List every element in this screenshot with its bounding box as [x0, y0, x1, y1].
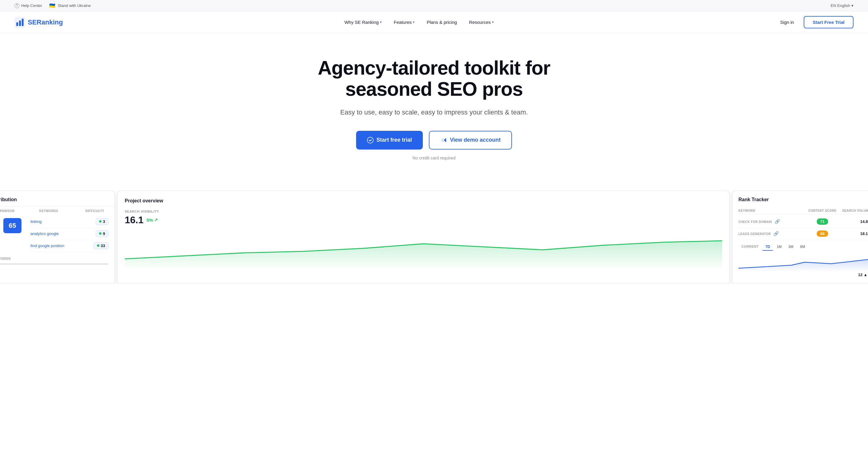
- visibility-percent: 5% ↗: [147, 217, 158, 223]
- kw-check-domain-name: check for domain: [738, 220, 772, 223]
- logo-text: SERanking: [28, 19, 63, 26]
- search-visibility-label: SEARCH VISIBILITY: [125, 210, 722, 213]
- demo-icon: [440, 137, 447, 144]
- visibility-chart: [125, 232, 722, 268]
- search-volume-col-header: SEARCH VOLUME: [840, 209, 868, 212]
- time-tab-7d[interactable]: 7D: [762, 244, 773, 251]
- chevron-down-icon: ▾: [492, 20, 494, 24]
- difficulty-value-9: 9: [103, 231, 105, 236]
- keyword-find-google-position[interactable]: find google position: [31, 244, 91, 248]
- keyword-linking[interactable]: linking: [31, 219, 93, 224]
- kw-leads-generator-name[interactable]: leads generator: [738, 232, 771, 236]
- comparison-value-box: 65: [3, 218, 22, 233]
- logo[interactable]: SERanking: [14, 17, 63, 28]
- nav-features[interactable]: Features ▾: [389, 17, 420, 27]
- difficulty-value-33: 33: [101, 244, 105, 248]
- trend-arrow: ↗: [154, 217, 158, 223]
- nav-why-se-ranking[interactable]: Why SE Ranking ▾: [339, 17, 386, 27]
- keyword-row: linking 3: [31, 216, 108, 228]
- chevron-down-icon: ▾: [380, 20, 382, 24]
- attribution-title: tribution: [0, 197, 115, 206]
- help-icon: ?: [14, 3, 19, 8]
- rank-value-badge: 12 ▲ 2: [738, 273, 868, 277]
- keyword-col-header: KEYWORD: [738, 209, 804, 212]
- score-badge-66: 66: [804, 230, 840, 237]
- rank-keyword-check-domain: check for domain 🔗: [738, 219, 804, 224]
- language-selector[interactable]: EN English ▾: [831, 3, 854, 8]
- volume-18k: 18.1K: [840, 231, 868, 236]
- view-demo-button[interactable]: View demo account: [429, 131, 512, 150]
- rank-tracker-title: Rank Tracker: [738, 197, 868, 203]
- svg-rect-1: [16, 22, 18, 26]
- help-center-link[interactable]: ? Help Center: [14, 3, 42, 8]
- volume-14k: 14.8K: [840, 219, 868, 224]
- difficulty-value-3: 3: [103, 219, 105, 224]
- svg-point-4: [367, 137, 373, 143]
- time-tab-current[interactable]: CURRENT: [738, 244, 762, 251]
- difficulty-dot-green: [97, 244, 99, 247]
- rank-mini-chart: [738, 253, 868, 271]
- rank-row-check-domain: check for domain 🔗 71 14.8K: [738, 216, 868, 228]
- start-free-trial-button[interactable]: Start free trial: [356, 131, 423, 150]
- topbar-right: EN English ▾: [831, 3, 854, 8]
- keywords-col-label: KEYWORDS: [39, 209, 78, 213]
- rank-row-leads-generator: leads generator 🔗 66 18.1K: [738, 228, 868, 240]
- time-tab-6m[interactable]: 6M: [797, 244, 808, 251]
- difficulty-dot-green: [99, 220, 101, 223]
- nav-actions: Sign in Start Free Trial: [775, 16, 854, 28]
- ukraine-label: Stand with Ukraine: [58, 3, 91, 8]
- logo-icon: [14, 17, 25, 28]
- content-score-col-header: CONTENT SCORE: [804, 209, 840, 212]
- score-value-66: 66: [817, 230, 828, 237]
- svg-rect-2: [19, 21, 21, 26]
- attribution-panel: tribution MPARISON KEYWORDS DIFFICULTY 6…: [0, 191, 115, 283]
- difficulty-badge-33: 33: [94, 242, 108, 249]
- time-tabs: CURRENT 7D 1M 3M 6M: [738, 244, 868, 251]
- keyword-row: analytics google 9: [31, 228, 108, 240]
- rank-keyword-leads-generator: leads generator 🔗: [738, 231, 804, 236]
- nav-resources-label: Resources: [469, 20, 491, 25]
- rank-tracker-panel: Rank Tracker KEYWORD CONTENT SCORE SEARC…: [732, 191, 868, 283]
- difficulty-dot-green: [99, 232, 101, 235]
- nav-why-label: Why SE Ranking: [344, 20, 378, 25]
- hero-title: Agency-tailored toolkit for seasoned SEO…: [290, 57, 578, 100]
- nav-links: Why SE Ranking ▾ Features ▾ Plans & pric…: [339, 17, 498, 27]
- comparison-col-label: MPARISON: [0, 209, 36, 213]
- words-section-label: WORDS: [0, 254, 115, 261]
- hero-section: Agency-tailored toolkit for seasoned SEO…: [283, 33, 585, 179]
- score-value-71: 71: [817, 218, 828, 225]
- nav-features-label: Features: [394, 20, 412, 25]
- no-credit-card-note: No credit card required: [290, 156, 578, 160]
- logo-ranking: Ranking: [36, 19, 63, 26]
- project-overview-title: Project overview: [125, 198, 722, 204]
- logo-se: SE: [28, 19, 36, 26]
- sign-in-button[interactable]: Sign in: [775, 17, 799, 27]
- hero-subtitle: Easy to use, easy to scale, easy to impr…: [290, 108, 578, 116]
- nav-resources[interactable]: Resources ▾: [464, 17, 499, 27]
- attribution-header-row: MPARISON KEYWORDS DIFFICULTY: [0, 206, 115, 216]
- dashboard-preview: tribution MPARISON KEYWORDS DIFFICULTY 6…: [0, 191, 868, 283]
- visibility-number: 16.1: [125, 215, 144, 226]
- nav-plans-label: Plans & pricing: [427, 20, 457, 25]
- time-tab-3m[interactable]: 3M: [785, 244, 797, 251]
- ukraine-flag-icon: 🇺🇦: [49, 3, 55, 8]
- hero-buttons: Start free trial View demo account: [290, 131, 578, 150]
- demo-label: View demo account: [450, 137, 501, 143]
- project-overview-panel: Project overview SEARCH VISIBILITY 16.1 …: [117, 191, 730, 283]
- nav-plans-pricing[interactable]: Plans & pricing: [422, 17, 462, 27]
- link-icon[interactable]: 🔗: [775, 219, 780, 224]
- time-tab-1m[interactable]: 1M: [774, 244, 785, 251]
- start-trial-label: Start free trial: [377, 137, 412, 143]
- search-visibility-value-row: 16.1 5% ↗: [125, 215, 722, 226]
- score-badge-71: 71: [804, 218, 840, 225]
- keyword-analytics-google[interactable]: analytics google: [31, 231, 93, 236]
- percent-value: 5%: [147, 217, 153, 223]
- lang-code: EN: [831, 3, 836, 8]
- ukraine-banner[interactable]: 🇺🇦 Stand with Ukraine: [49, 3, 91, 8]
- help-center-label: Help Center: [21, 3, 42, 8]
- link-icon[interactable]: 🔗: [773, 231, 779, 236]
- mini-chart-svg: [738, 253, 868, 271]
- rank-table-header: KEYWORD CONTENT SCORE SEARCH VOLUME: [738, 207, 868, 215]
- start-trial-button[interactable]: Start Free Trial: [804, 16, 854, 28]
- topbar-left: ? Help Center 🇺🇦 Stand with Ukraine: [14, 3, 91, 8]
